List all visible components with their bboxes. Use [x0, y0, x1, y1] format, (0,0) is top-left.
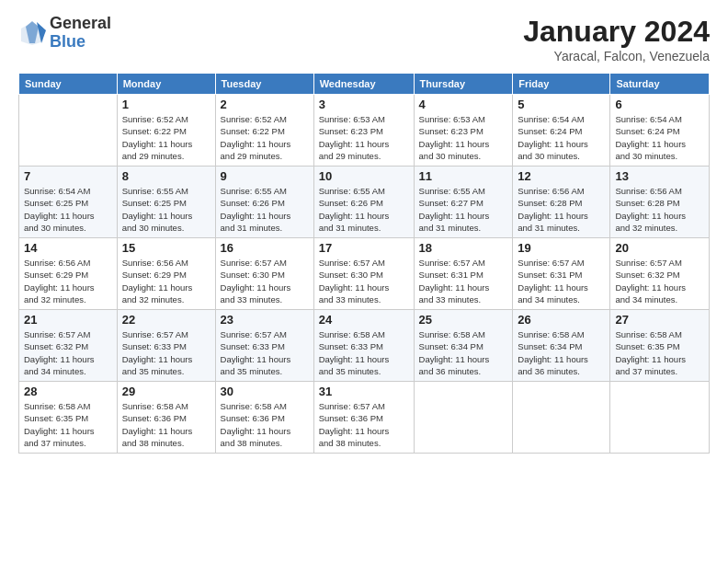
calendar-cell: 2Sunrise: 6:52 AM Sunset: 6:22 PM Daylig…	[215, 95, 313, 167]
cell-text: Sunrise: 6:54 AM Sunset: 6:24 PM Dayligh…	[615, 113, 704, 162]
header-row: SundayMondayTuesdayWednesdayThursdayFrid…	[19, 74, 710, 95]
calendar-cell: 3Sunrise: 6:53 AM Sunset: 6:23 PM Daylig…	[313, 95, 414, 167]
cell-text: Sunrise: 6:58 AM Sunset: 6:34 PM Dayligh…	[518, 328, 605, 377]
day-number: 27	[615, 313, 704, 327]
calendar-cell: 17Sunrise: 6:57 AM Sunset: 6:30 PM Dayli…	[313, 238, 414, 310]
calendar-cell: 11Sunrise: 6:55 AM Sunset: 6:27 PM Dayli…	[414, 167, 513, 238]
calendar-cell: 8Sunrise: 6:55 AM Sunset: 6:25 PM Daylig…	[117, 167, 215, 238]
day-number: 4	[419, 98, 508, 111]
day-number: 31	[319, 385, 409, 398]
subtitle: Yaracal, Falcon, Venezuela	[523, 49, 710, 63]
cell-text: Sunrise: 6:57 AM Sunset: 6:32 PM Dayligh…	[615, 257, 704, 305]
day-number: 10	[319, 169, 409, 183]
cell-text: Sunrise: 6:52 AM Sunset: 6:22 PM Dayligh…	[122, 113, 210, 162]
day-number: 25	[419, 313, 508, 327]
cell-text: Sunrise: 6:55 AM Sunset: 6:27 PM Dayligh…	[419, 185, 508, 234]
day-number: 15	[122, 241, 210, 255]
calendar-cell: 13Sunrise: 6:56 AM Sunset: 6:28 PM Dayli…	[610, 167, 710, 238]
day-number: 18	[419, 241, 508, 255]
day-number: 13	[615, 169, 704, 183]
cell-text: Sunrise: 6:57 AM Sunset: 6:31 PM Dayligh…	[518, 257, 605, 305]
cell-text: Sunrise: 6:56 AM Sunset: 6:29 PM Dayligh…	[122, 257, 210, 305]
calendar-cell: 15Sunrise: 6:56 AM Sunset: 6:29 PM Dayli…	[117, 238, 215, 310]
calendar-cell	[610, 382, 710, 454]
calendar-cell: 4Sunrise: 6:53 AM Sunset: 6:23 PM Daylig…	[414, 95, 513, 167]
day-number: 16	[221, 241, 309, 255]
day-number: 24	[319, 313, 409, 327]
cell-text: Sunrise: 6:57 AM Sunset: 6:30 PM Dayligh…	[221, 257, 309, 305]
month-title: January 2024	[523, 15, 710, 49]
day-number: 9	[221, 169, 309, 183]
calendar-cell: 25Sunrise: 6:58 AM Sunset: 6:34 PM Dayli…	[414, 310, 513, 382]
calendar-cell: 18Sunrise: 6:57 AM Sunset: 6:31 PM Dayli…	[414, 238, 513, 310]
header-cell-thursday: Thursday	[414, 74, 513, 95]
day-number: 12	[518, 169, 605, 183]
cell-text: Sunrise: 6:57 AM Sunset: 6:33 PM Dayligh…	[122, 328, 210, 377]
day-number: 26	[518, 313, 605, 327]
calendar-cell: 21Sunrise: 6:57 AM Sunset: 6:32 PM Dayli…	[19, 310, 118, 382]
cell-text: Sunrise: 6:56 AM Sunset: 6:29 PM Dayligh…	[24, 257, 112, 305]
cell-text: Sunrise: 6:58 AM Sunset: 6:35 PM Dayligh…	[24, 400, 112, 449]
week-row-1: 7Sunrise: 6:54 AM Sunset: 6:25 PM Daylig…	[19, 167, 710, 238]
header-cell-tuesday: Tuesday	[215, 74, 313, 95]
day-number: 5	[518, 98, 605, 111]
calendar-cell: 30Sunrise: 6:58 AM Sunset: 6:36 PM Dayli…	[215, 382, 313, 454]
logo-icon	[18, 19, 46, 47]
cell-text: Sunrise: 6:55 AM Sunset: 6:25 PM Dayligh…	[122, 185, 210, 234]
cell-text: Sunrise: 6:58 AM Sunset: 6:34 PM Dayligh…	[419, 328, 508, 377]
cell-text: Sunrise: 6:56 AM Sunset: 6:28 PM Dayligh…	[518, 185, 605, 234]
day-number: 22	[122, 313, 210, 327]
logo-blue: Blue	[50, 33, 111, 52]
calendar-cell	[513, 382, 610, 454]
cell-text: Sunrise: 6:54 AM Sunset: 6:25 PM Dayligh…	[24, 185, 112, 234]
day-number: 19	[518, 241, 605, 255]
calendar-cell: 6Sunrise: 6:54 AM Sunset: 6:24 PM Daylig…	[610, 95, 710, 167]
calendar-cell: 7Sunrise: 6:54 AM Sunset: 6:25 PM Daylig…	[19, 167, 118, 238]
cell-text: Sunrise: 6:55 AM Sunset: 6:26 PM Dayligh…	[221, 185, 309, 234]
calendar-cell: 10Sunrise: 6:55 AM Sunset: 6:26 PM Dayli…	[313, 167, 414, 238]
cell-text: Sunrise: 6:58 AM Sunset: 6:33 PM Dayligh…	[319, 328, 409, 377]
day-number: 28	[24, 385, 112, 398]
day-number: 29	[122, 385, 210, 398]
header-cell-saturday: Saturday	[610, 74, 710, 95]
day-number: 23	[221, 313, 309, 327]
calendar-table: SundayMondayTuesdayWednesdayThursdayFrid…	[18, 73, 710, 454]
header-cell-monday: Monday	[117, 74, 215, 95]
cell-text: Sunrise: 6:55 AM Sunset: 6:26 PM Dayligh…	[319, 185, 409, 234]
logo-text: General Blue	[50, 15, 111, 52]
calendar-cell: 1Sunrise: 6:52 AM Sunset: 6:22 PM Daylig…	[117, 95, 215, 167]
calendar-cell: 23Sunrise: 6:57 AM Sunset: 6:33 PM Dayli…	[215, 310, 313, 382]
cell-text: Sunrise: 6:58 AM Sunset: 6:36 PM Dayligh…	[221, 400, 309, 449]
cell-text: Sunrise: 6:52 AM Sunset: 6:22 PM Dayligh…	[221, 113, 309, 162]
calendar-cell: 29Sunrise: 6:58 AM Sunset: 6:36 PM Dayli…	[117, 382, 215, 454]
day-number: 1	[122, 98, 210, 111]
header-cell-friday: Friday	[513, 74, 610, 95]
day-number: 20	[615, 241, 704, 255]
day-number: 3	[319, 98, 409, 111]
calendar-cell: 22Sunrise: 6:57 AM Sunset: 6:33 PM Dayli…	[117, 310, 215, 382]
calendar-cell: 12Sunrise: 6:56 AM Sunset: 6:28 PM Dayli…	[513, 167, 610, 238]
day-number: 17	[319, 241, 409, 255]
cell-text: Sunrise: 6:57 AM Sunset: 6:30 PM Dayligh…	[319, 257, 409, 305]
header-cell-wednesday: Wednesday	[313, 74, 414, 95]
cell-text: Sunrise: 6:57 AM Sunset: 6:36 PM Dayligh…	[319, 400, 409, 449]
day-number: 14	[24, 241, 112, 255]
cell-text: Sunrise: 6:53 AM Sunset: 6:23 PM Dayligh…	[319, 113, 409, 162]
calendar-cell: 27Sunrise: 6:58 AM Sunset: 6:35 PM Dayli…	[610, 310, 710, 382]
header-cell-sunday: Sunday	[19, 74, 118, 95]
calendar-cell: 20Sunrise: 6:57 AM Sunset: 6:32 PM Dayli…	[610, 238, 710, 310]
cell-text: Sunrise: 6:54 AM Sunset: 6:24 PM Dayligh…	[518, 113, 605, 162]
cell-text: Sunrise: 6:58 AM Sunset: 6:35 PM Dayligh…	[615, 328, 704, 377]
day-number: 8	[122, 169, 210, 183]
week-row-4: 28Sunrise: 6:58 AM Sunset: 6:35 PM Dayli…	[19, 382, 710, 454]
cell-text: Sunrise: 6:57 AM Sunset: 6:33 PM Dayligh…	[221, 328, 309, 377]
day-number: 2	[221, 98, 309, 111]
calendar-cell	[19, 95, 118, 167]
calendar-cell: 28Sunrise: 6:58 AM Sunset: 6:35 PM Dayli…	[19, 382, 118, 454]
calendar-cell: 26Sunrise: 6:58 AM Sunset: 6:34 PM Dayli…	[513, 310, 610, 382]
title-block: January 2024 Yaracal, Falcon, Venezuela	[523, 15, 710, 63]
week-row-0: 1Sunrise: 6:52 AM Sunset: 6:22 PM Daylig…	[19, 95, 710, 167]
cell-text: Sunrise: 6:57 AM Sunset: 6:31 PM Dayligh…	[419, 257, 508, 305]
week-row-3: 21Sunrise: 6:57 AM Sunset: 6:32 PM Dayli…	[19, 310, 710, 382]
cell-text: Sunrise: 6:56 AM Sunset: 6:28 PM Dayligh…	[615, 185, 704, 234]
